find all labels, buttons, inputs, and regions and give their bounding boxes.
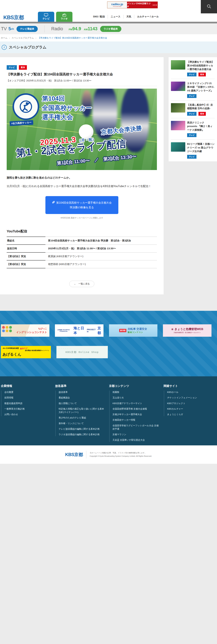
tag-streaming: 配信 bbox=[19, 65, 27, 70]
footer-link[interactable]: 放送基準 bbox=[59, 390, 106, 394]
header-nav-item[interactable]: カルチャー / ホール bbox=[134, 15, 162, 18]
footer-link[interactable]: 京都高校サッカー情報 bbox=[113, 418, 160, 422]
footer-link[interactable]: KBSカルチャー bbox=[167, 407, 214, 410]
program-thumbnail bbox=[171, 60, 185, 70]
footer-links: 企業情報 会社概要 採用情報 後援名義使用申請 一般事業主行動計画 お問い合わせ… bbox=[0, 376, 217, 446]
dots-decoration: ・・・・・・ bbox=[58, 348, 71, 350]
banner-agerukun-campaign[interactable]: JBA 日本民間放送連盟違法だよ! 放送番組の違法配信撲滅キャンペーン あげるく… bbox=[1, 346, 51, 358]
flower-icon: ❀ bbox=[171, 328, 174, 331]
footer-link[interactable]: チケットインフォメーション bbox=[167, 396, 214, 400]
tournament-emblem-icon bbox=[12, 93, 39, 120]
radiko-logo: radiko.jp IP Simulcast Radio bbox=[107, 2, 127, 8]
footer-link[interactable]: KBS京都アナウンサーサイト bbox=[113, 402, 160, 405]
copyright-divider bbox=[86, 451, 86, 458]
tab-radio-label: ラジオ bbox=[61, 17, 68, 20]
program-thumbnail bbox=[171, 142, 185, 152]
footer-link[interactable]: KBSホール bbox=[167, 390, 214, 394]
footer-link[interactable]: KBSプロジェクト bbox=[167, 402, 214, 405]
footer-link[interactable]: 京都マラソン bbox=[113, 433, 160, 436]
breadcrumb-home[interactable]: ホーム bbox=[1, 36, 7, 39]
program-thumbnail bbox=[171, 121, 185, 130]
sidebar-program-item[interactable]: 【見逃し配信中】灯 -京都競馬場 百年の走路- テレビ 配信 bbox=[171, 100, 215, 118]
header-nav-item[interactable]: SNS / 配信 bbox=[90, 15, 108, 18]
tv-guide-button[interactable]: テレビ番組表 bbox=[16, 26, 38, 32]
table-row-label: 【第2試合】実況 bbox=[7, 260, 45, 268]
footer-link[interactable]: 番組審議会 bbox=[59, 396, 106, 400]
program-tags: テレビ 配信 bbox=[187, 112, 215, 116]
tv-channel-unit: ch bbox=[11, 28, 14, 30]
table-row-value: 梶原誠 (KBS京都アナウンサー) bbox=[45, 252, 157, 260]
search-button[interactable] bbox=[201, 0, 217, 13]
article-tags: テレビ 配信 bbox=[7, 65, 157, 70]
footer-link[interactable]: ラジオ放送番組の編集に関する基本計画 bbox=[59, 433, 106, 436]
table-row: 【第2試合】実況 相埜裕樹 (KBS京都アナウンサー) bbox=[7, 260, 157, 268]
table-row: 放送日時 2025年11月3日(月・祝) 第1試合 11:00〜 / 第2試合 … bbox=[7, 244, 157, 252]
footer-link[interactable]: 採用情報 bbox=[4, 396, 52, 400]
tab-tv[interactable]: テレビ bbox=[38, 12, 54, 22]
back-to-list-button[interactable]: ← 一覧に戻る bbox=[69, 281, 94, 287]
breadcrumb-section[interactable]: スペシャルプログラム bbox=[12, 36, 34, 39]
program-title: B1リーグ開幕！京都ハンナリーズ vs 富山グラウジーズ生中継 bbox=[187, 142, 215, 153]
header-nav-item[interactable]: 天気 bbox=[123, 15, 134, 18]
article-paragraph: 11月3日(月・祝)に行われる全国高校サッカー選手権大会京都大会準決勝2試合をK… bbox=[7, 184, 157, 188]
program-title: 【見逃し配信中】灯 -京都競馬場 百年の走路- bbox=[187, 103, 215, 110]
tag-tv: テレビ bbox=[7, 65, 17, 70]
banner-chibikko-english-contest[interactable]: ちびっこ イングリッシュコンテスト bbox=[1, 324, 49, 337]
article-onair-date: 【オンエア日時】2025年11月3日(月・祝) 第1試合 11:00〜 / 第2… bbox=[7, 79, 157, 82]
banner-umi-to-nippon-project[interactable]: 日本財団 THE NIPPON FOUNDATION 海と日本 PROJECT … bbox=[55, 324, 103, 337]
footer-link[interactable]: 全国高等学校ラグビーフットボール大会 京都府予選 bbox=[113, 424, 160, 431]
header-nav-item[interactable]: ニュース bbox=[108, 15, 123, 18]
tag-streaming: 配信 bbox=[199, 72, 206, 76]
sidebar-program-item[interactable]: 【準決勝をライブ配信】第104回全国高校サッカー選手権大会京都大会 テレビ 配信 bbox=[171, 58, 215, 79]
footer-link[interactable]: 個人情報について bbox=[59, 402, 106, 405]
sidebar-program-item[interactable]: B1リーグ開幕！京都ハンナリーズ vs 富山グラウジーズ生中継 テレビ bbox=[171, 140, 215, 161]
header-nav: SNS / 配信 ニュース 天気 カルチャー / ホール bbox=[90, 15, 162, 18]
footer-link[interactable]: 特定個人情報の適正な取り扱いに関する基本方針(マイナンバー) bbox=[59, 407, 106, 414]
program-tags: テレビ bbox=[187, 133, 215, 137]
footer-link[interactable]: 五山送り火 bbox=[113, 396, 160, 400]
watch-video-button[interactable]: 第104回全国高校サッカー選手権大会京都大会 準決勝の映像を見る bbox=[45, 196, 118, 214]
footer-link[interactable]: 著作権・リンクについて bbox=[59, 422, 106, 425]
footer-link[interactable]: 天皇盃 全国車いす駅伝競走大会 bbox=[113, 438, 160, 442]
footer-link[interactable]: テレビ放送番組の編集に関する基本計画 bbox=[59, 427, 106, 431]
site-header: KBS京都 テレビ ラジオ SNS / 配信 ニュース 天気 カルチャー / ホ… bbox=[0, 0, 217, 22]
radio-guide-button[interactable]: ラジオ番組表 bbox=[100, 26, 121, 32]
footer-link[interactable]: 祇園祭 bbox=[113, 390, 160, 394]
fm-frequency: FM94.9 bbox=[69, 26, 81, 32]
breadcrumb-current: 【準決勝をライブ配信】第104回全国高校サッカー選手権大会京都大会 bbox=[38, 36, 107, 39]
footer-link[interactable]: 全国高校野球選手権 京都大会速報 bbox=[113, 407, 160, 410]
cta-note: ※KBS京都 高校サッカーのページに移動します bbox=[7, 216, 157, 219]
article-paragraph: 激戦を勝ち抜き決勝に駒を進めるのはどのチームか。 bbox=[7, 176, 157, 180]
sidebar-program-item[interactable]: エキサイティングJ J1 第35節 『京都サンガF.C. VS 鹿島アントラーズ… bbox=[171, 79, 215, 100]
kbs-logo[interactable]: KBS京都 bbox=[3, 14, 24, 21]
footer-link[interactable]: 会社概要 bbox=[4, 390, 52, 394]
table-row-value: 2025年11月3日(月・祝) 第1試合 11:00〜 / 第2試合 13:30… bbox=[45, 244, 157, 252]
tab-radio[interactable]: ラジオ bbox=[56, 12, 72, 22]
banner-bicycle-safety-contest[interactable]: 第15回 自転車 交通安全 動画コンテスト bbox=[109, 324, 158, 337]
tag-tv: テレビ bbox=[187, 133, 197, 137]
program-thumbnail bbox=[171, 82, 185, 91]
tag-tv: テレビ bbox=[187, 155, 197, 159]
kbs-footer-logo[interactable]: KBS京都 bbox=[65, 452, 83, 458]
tag-streaming: 配信 bbox=[199, 112, 206, 116]
tv-label: TV bbox=[1, 26, 7, 32]
page-title: スペシャルプログラム bbox=[9, 45, 46, 50]
sidebar-program-item[interactable]: 高須クリニック presents 『輝け！美ィーナス探検隊』 テレビ bbox=[171, 118, 215, 140]
footer-link[interactable]: 後援名義使用申請 bbox=[4, 402, 52, 405]
program-title: 高須クリニック presents 『輝け！美ィーナス探検隊』 bbox=[187, 121, 215, 132]
breadcrumb: ホーム＞スペシャルプログラム＞【準決勝をライブ配信】第104回全国高校サッカー選… bbox=[0, 34, 217, 42]
footer-column-corporate: 企業情報 会社概要 採用情報 後援名義使用申請 一般事業主行動計画 お問い合わせ bbox=[1, 384, 55, 446]
banner-kyoto-kiki-kanri-web[interactable]: ❀きょうと危機管理WEB 京都府危機管理・防災情報ポータルサイト bbox=[163, 324, 212, 337]
footer-link[interactable]: お問い合わせ bbox=[4, 413, 52, 416]
footer-link[interactable]: きょうとくらす bbox=[167, 413, 214, 416]
info-icon: i bbox=[2, 45, 7, 50]
tv-monitor-icon bbox=[44, 13, 48, 17]
footer-link[interactable]: 一般事業主行動計画 bbox=[4, 407, 52, 410]
footer-link[interactable]: 京都少年サッカー選手権大会 bbox=[113, 413, 160, 416]
hero-hashtag: #全力高校サッカー bbox=[9, 120, 33, 126]
cta-line2: 準決勝の映像を見る bbox=[70, 205, 94, 210]
banner-kbs-online-shop[interactable]: ・・・・・・ KBS京都 Online Shop bbox=[56, 346, 108, 358]
radiko-text: パソコンでKBS京都ラジオ ▶▶▶ bbox=[127, 2, 158, 8]
radiko-banner[interactable]: radiko.jp IP Simulcast Radio パソコンでKBS京都ラ… bbox=[107, 2, 158, 8]
footer-link[interactable]: 青少年のためのテレビ番組 bbox=[59, 416, 106, 420]
